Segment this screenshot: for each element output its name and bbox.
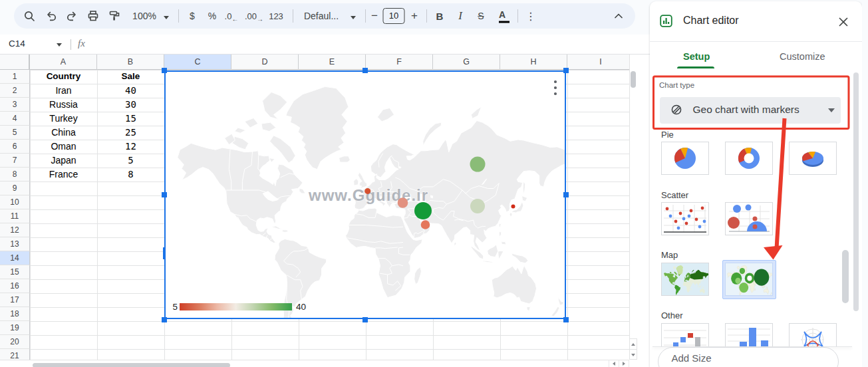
decrease-decimals-button[interactable]: .0←	[225, 11, 239, 21]
sale-cell[interactable]: 5	[97, 154, 164, 168]
thumb-histogram-chart[interactable]	[725, 323, 773, 347]
country-cell[interactable]: Turkey	[30, 112, 97, 126]
thumb-pie-chart[interactable]	[661, 142, 709, 175]
text-color-button[interactable]: A	[499, 9, 509, 23]
chart-handle-bottom-mid[interactable]	[362, 317, 368, 322]
country-cell[interactable]: Russia	[30, 98, 97, 112]
horizontal-scrollbar-thumb[interactable]	[33, 363, 230, 367]
scroll-left-button[interactable]	[609, 360, 619, 367]
sale-cell[interactable]: 12	[97, 140, 164, 154]
thumb-geo-markers-chart[interactable]	[725, 263, 773, 296]
row-header[interactable]: 20	[0, 335, 30, 349]
chart-handle-mid-right[interactable]	[563, 192, 569, 197]
thumb-geo-chart[interactable]	[661, 263, 709, 296]
name-box-caret-icon[interactable]	[57, 43, 62, 47]
row-header[interactable]: 16	[0, 279, 30, 293]
row-header[interactable]: 7	[0, 154, 30, 168]
print-icon[interactable]	[87, 10, 99, 22]
sale-cell[interactable]: 25	[97, 126, 164, 140]
country-cell[interactable]: Japan	[30, 154, 97, 168]
thumb-waterfall-chart[interactable]	[661, 323, 709, 347]
hide-menus-button[interactable]	[613, 11, 624, 21]
chart-menu-button[interactable]	[552, 80, 559, 95]
sale-cell[interactable]: 8	[97, 168, 164, 182]
search-icon[interactable]	[23, 10, 35, 22]
row-header[interactable]: 8	[0, 168, 30, 182]
chart-handle-top-right[interactable]	[563, 68, 569, 73]
thumb-scatter-chart[interactable]	[661, 202, 709, 235]
scroll-up-button[interactable]	[630, 339, 637, 350]
column-header[interactable]: G	[433, 55, 500, 70]
column-header[interactable]: A	[30, 55, 97, 70]
row-header[interactable]: 6	[0, 140, 30, 154]
undo-icon[interactable]	[45, 10, 57, 22]
row-header[interactable]: 12	[0, 223, 30, 237]
row-header[interactable]: 19	[0, 321, 30, 335]
format-currency-button[interactable]: $	[190, 11, 195, 21]
select-all-corner[interactable]	[0, 55, 30, 70]
panel-scrollbar-thumb[interactable]	[853, 72, 859, 311]
thumb-bubble-chart[interactable]	[725, 202, 773, 235]
chart-handle-bottom-right[interactable]	[563, 317, 569, 322]
chart-handle-top-left[interactable]	[162, 68, 167, 73]
country-cell[interactable]: Oman	[30, 140, 97, 154]
column-header[interactable]: C	[164, 55, 231, 70]
close-icon[interactable]	[839, 17, 848, 27]
column-header[interactable]: H	[500, 55, 567, 70]
column-header[interactable]: B	[97, 55, 164, 70]
row-header[interactable]: 5	[0, 126, 30, 140]
tab-customize[interactable]: Customize	[780, 51, 825, 62]
list-scrollbar-thumb[interactable]	[842, 250, 849, 303]
scroll-down-button[interactable]	[630, 350, 637, 360]
row-header[interactable]: 18	[0, 307, 30, 321]
font-size-input[interactable]: 10	[383, 8, 405, 24]
chart-handle-top-mid[interactable]	[362, 68, 368, 73]
redo-icon[interactable]	[66, 10, 78, 22]
row-header[interactable]: 17	[0, 293, 30, 307]
sale-cell[interactable]: 15	[97, 112, 164, 126]
country-cell[interactable]: Iran	[30, 84, 97, 98]
country-cell[interactable]: China	[30, 126, 97, 140]
row-header[interactable]: 14	[0, 251, 30, 265]
column-header[interactable]: D	[231, 55, 299, 70]
scroll-right-button[interactable]	[619, 360, 629, 367]
cell-B1[interactable]: Sale	[97, 70, 164, 84]
thumb-pie3d-chart[interactable]	[789, 142, 837, 175]
increase-font-size-button[interactable]: +	[411, 9, 418, 23]
row-header[interactable]: 4	[0, 112, 30, 126]
tab-setup[interactable]: Setup	[683, 51, 710, 62]
add-size-button[interactable]: Add Size	[658, 347, 839, 367]
more-options-button[interactable]: ⋮	[525, 10, 536, 23]
thumb-radar-chart[interactable]	[789, 323, 837, 347]
column-header[interactable]: I	[567, 55, 635, 70]
row-header[interactable]: 1	[0, 70, 30, 84]
column-header[interactable]: F	[366, 55, 433, 70]
font-family-control[interactable]: Defaul...	[304, 11, 339, 21]
sale-cell[interactable]: 40	[97, 84, 164, 98]
sale-cell[interactable]: 30	[97, 98, 164, 112]
chart-type-dropdown[interactable]: Geo chart with markers	[660, 97, 841, 124]
chart-handle-mid-left[interactable]	[162, 192, 167, 197]
cell-A1[interactable]: Country	[30, 70, 97, 84]
chart-handle-bottom-left[interactable]	[162, 317, 167, 322]
decrease-font-size-button[interactable]: −	[371, 9, 378, 23]
row-header[interactable]: 13	[0, 237, 30, 251]
increase-decimals-button[interactable]: .00→	[245, 11, 263, 21]
name-box[interactable]: C14	[9, 39, 25, 49]
italic-button[interactable]: I	[458, 9, 462, 23]
column-header[interactable]: E	[299, 55, 366, 70]
row-header[interactable]: 10	[0, 195, 30, 209]
geo-chart[interactable]: www.Gguide.ir 5 40	[164, 70, 566, 319]
paint-format-icon[interactable]	[108, 10, 120, 22]
country-cell[interactable]: France	[30, 168, 97, 182]
thumb-donut-chart[interactable]	[725, 142, 773, 175]
row-header[interactable]: 2	[0, 84, 30, 98]
row-header[interactable]: 3	[0, 98, 30, 112]
bold-button[interactable]: B	[436, 11, 444, 22]
strikethrough-button[interactable]: S	[478, 11, 484, 21]
row-header[interactable]: 9	[0, 182, 30, 195]
zoom-control[interactable]: 100%	[132, 11, 156, 21]
row-header[interactable]: 11	[0, 209, 30, 223]
number-format-button[interactable]: 123	[269, 11, 283, 21]
format-percent-button[interactable]: %	[208, 11, 216, 21]
